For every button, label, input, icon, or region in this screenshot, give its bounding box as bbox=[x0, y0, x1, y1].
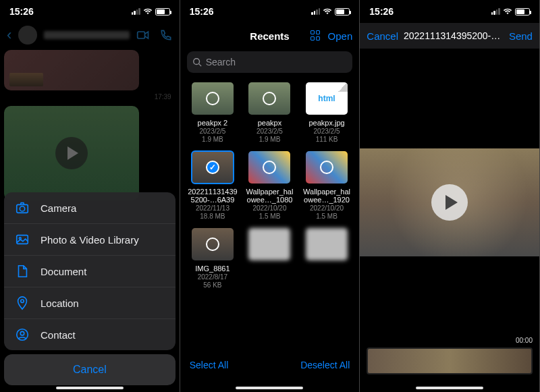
file-thumbnail[interactable] bbox=[306, 228, 348, 260]
svg-point-4 bbox=[19, 237, 21, 240]
file-meta: 2022/8/1756 KB bbox=[186, 273, 240, 290]
file-thumbnail[interactable] bbox=[306, 151, 348, 184]
play-icon[interactable] bbox=[55, 137, 88, 169]
battery-icon bbox=[155, 8, 170, 16]
file-thumbnail[interactable]: ✓ bbox=[192, 151, 234, 184]
cancel-button[interactable]: Cancel bbox=[4, 354, 176, 385]
menu-item-document[interactable]: Document bbox=[4, 256, 176, 287]
home-indicator[interactable] bbox=[416, 387, 483, 389]
file-meta: 2023/2/51.9 MB bbox=[186, 128, 240, 144]
menu-item-contact[interactable]: Contact bbox=[4, 319, 176, 350]
file-name: peakpx bbox=[242, 119, 297, 128]
menu-item-label: Contact bbox=[40, 329, 76, 341]
document-icon bbox=[15, 264, 30, 279]
svg-point-5 bbox=[21, 300, 24, 303]
trim-scrubber[interactable]: 00:00 bbox=[367, 346, 533, 376]
selection-circle-icon bbox=[206, 237, 219, 251]
picker-title: Recents bbox=[250, 30, 289, 42]
file-thumbnail[interactable] bbox=[192, 82, 234, 115]
file-item[interactable] bbox=[242, 228, 297, 290]
contact-name-blurred bbox=[44, 31, 129, 39]
select-all-button[interactable]: Select All bbox=[190, 360, 229, 370]
status-time: 15:26 bbox=[190, 6, 214, 17]
file-item[interactable]: ✓202211131439 5200-…6A392022/11/1318.8 M… bbox=[186, 151, 240, 221]
file-item[interactable]: peakpx2023/2/51.9 MB bbox=[242, 82, 297, 144]
video-call-icon[interactable] bbox=[136, 28, 150, 42]
file-meta: 2023/2/5111 KB bbox=[300, 128, 354, 144]
contact-icon bbox=[15, 327, 30, 342]
svg-point-7 bbox=[20, 331, 24, 335]
chat-message-video[interactable]: ➦ bbox=[4, 106, 139, 200]
file-thumbnail[interactable] bbox=[248, 151, 290, 184]
chat-header: ‹ bbox=[0, 23, 180, 47]
file-thumbnail[interactable] bbox=[192, 228, 234, 260]
battery-icon bbox=[515, 8, 530, 16]
scrubber-frames[interactable] bbox=[367, 347, 533, 374]
menu-item-camera[interactable]: Camera bbox=[4, 192, 176, 224]
search-placeholder: Search bbox=[206, 57, 236, 67]
cancel-button[interactable]: Cancel bbox=[367, 30, 398, 42]
search-input[interactable]: Search bbox=[187, 51, 353, 73]
wifi-icon bbox=[143, 8, 153, 15]
home-indicator[interactable] bbox=[56, 387, 124, 389]
chat-area: 17:39 ➦ bbox=[0, 50, 180, 200]
grid-view-icon[interactable] bbox=[310, 30, 321, 41]
file-item[interactable]: IMG_88612022/8/1756 KB bbox=[186, 228, 240, 290]
html-badge: html bbox=[318, 94, 335, 103]
video-preview[interactable] bbox=[360, 148, 539, 256]
status-bar: 15:26 bbox=[0, 0, 180, 23]
file-name: Wallpaper_hal owee…_1080 bbox=[242, 188, 297, 204]
menu-item-label: Photo & Video Library bbox=[40, 234, 139, 246]
menu-item-label: Document bbox=[40, 266, 86, 277]
file-thumbnail[interactable] bbox=[248, 228, 290, 260]
send-button[interactable]: Send bbox=[509, 30, 533, 42]
file-item[interactable]: htmlpeakpx.jpg2023/2/5111 KB bbox=[300, 82, 354, 144]
back-icon[interactable]: ‹ bbox=[7, 26, 11, 44]
file-item[interactable]: Wallpaper_hal owee…_19202022/10/201.5 MB bbox=[300, 151, 354, 221]
deselect-all-button[interactable]: Deselect All bbox=[300, 360, 350, 370]
file-item[interactable] bbox=[300, 228, 354, 290]
status-time: 15:26 bbox=[9, 6, 34, 17]
file-item[interactable]: peakpx 22023/2/51.9 MB bbox=[186, 82, 240, 144]
screen-attachment-menu: 15:26 ‹ 17:39 ➦ Camera bbox=[0, 0, 180, 392]
wifi-icon bbox=[503, 8, 512, 15]
preview-nav: Cancel 20221113143952​00-F1C11A2… Send bbox=[360, 23, 539, 49]
selection-circle-icon bbox=[263, 92, 276, 105]
camera-icon bbox=[15, 200, 30, 215]
avatar[interactable] bbox=[18, 26, 37, 45]
file-thumbnail[interactable]: html bbox=[306, 82, 348, 115]
file-meta: 2022/10/201.5 MB bbox=[300, 204, 354, 221]
play-icon[interactable] bbox=[431, 184, 468, 221]
file-meta: 2022/11/1318.8 MB bbox=[186, 204, 240, 221]
picker-footer: Select All Deselect All bbox=[180, 352, 360, 379]
file-thumbnail[interactable] bbox=[248, 82, 290, 115]
picker-nav: Recents Open bbox=[180, 23, 360, 49]
search-icon bbox=[192, 57, 202, 67]
photo-library-icon bbox=[15, 232, 30, 247]
status-icons bbox=[311, 8, 350, 16]
file-name: 202211131439 5200-…6A39 bbox=[186, 188, 240, 204]
menu-item-label: Location bbox=[40, 298, 79, 309]
phone-call-icon[interactable] bbox=[159, 28, 173, 42]
wifi-icon bbox=[323, 8, 332, 15]
message-timestamp: 17:39 bbox=[4, 92, 176, 103]
signal-icon bbox=[132, 8, 140, 15]
home-indicator[interactable] bbox=[236, 387, 303, 389]
menu-item-photo-video-library[interactable]: Photo & Video Library bbox=[4, 224, 176, 256]
menu-item-location[interactable]: Location bbox=[4, 287, 176, 319]
file-name: peakpx.jpg bbox=[300, 119, 354, 128]
location-icon bbox=[15, 296, 30, 310]
battery-icon bbox=[335, 8, 350, 16]
selection-circle-icon bbox=[320, 161, 333, 174]
open-button[interactable]: Open bbox=[328, 30, 353, 42]
chat-message-image[interactable] bbox=[4, 50, 139, 90]
status-icons bbox=[132, 8, 170, 16]
status-bar: 15:26 bbox=[180, 0, 360, 23]
file-meta: 2022/10/201.5 MB bbox=[242, 204, 297, 221]
attachment-action-sheet: Camera Photo & Video Library Document Lo… bbox=[4, 192, 176, 385]
svg-point-8 bbox=[193, 59, 199, 65]
signal-icon bbox=[491, 8, 500, 15]
file-item[interactable]: Wallpaper_hal owee…_10802022/10/201.5 MB bbox=[242, 151, 297, 221]
file-name: peakpx 2 bbox=[186, 119, 240, 128]
signal-icon bbox=[311, 8, 320, 15]
